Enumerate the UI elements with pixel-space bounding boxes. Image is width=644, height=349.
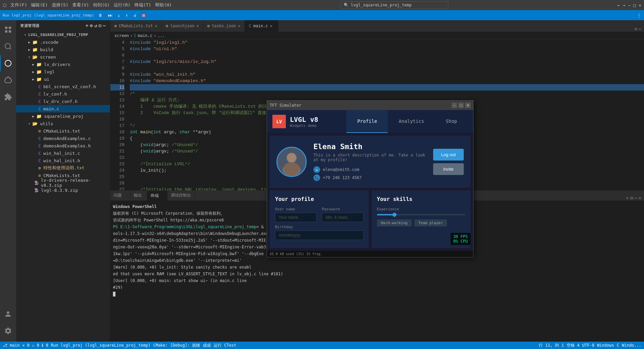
debug-step-over-btn[interactable]: ⏭	[107, 13, 114, 18]
sidebar-item-vscode[interactable]: ▶ 📁 .vscode	[16, 38, 110, 46]
tab-mainc-close[interactable]: ✕	[270, 24, 272, 28]
tab-tasks-close[interactable]: ✕	[238, 24, 240, 28]
menu-file[interactable]: 文件(F)	[10, 2, 27, 8]
breadcrumb-screen[interactable]: screen	[114, 33, 129, 38]
status-spaces[interactable]: 空格 4	[567, 343, 579, 348]
tag-teamplayer[interactable]: Team player	[414, 219, 447, 226]
tft-close-btn[interactable]: ✕	[465, 103, 470, 108]
search-box[interactable]: 🔍 lvgl_squareLine_proj_temp	[341, 1, 448, 9]
tab-cmake-close[interactable]: ✕	[155, 24, 157, 28]
status-line-col[interactable]: 行 11, 列 1	[539, 343, 564, 348]
terminal-close-icon[interactable]: ✕	[639, 195, 641, 201]
status-run[interactable]: Run lvgl_proj (lvgl_squareLine_proj_temp…	[51, 343, 150, 348]
activity-extensions[interactable]	[0, 89, 16, 105]
status-eol[interactable]: Windows	[597, 343, 614, 348]
sidebar-item-winhal-c[interactable]: C win_hal_init.c	[16, 149, 110, 157]
terminal-tab-terminal[interactable]: 终端	[147, 191, 167, 201]
sidebar-item-squareline[interactable]: ▶ 📁 squareline_proj	[16, 112, 110, 120]
sidebar-item-utils[interactable]: ▾ 📂 utils	[16, 120, 110, 127]
status-encoding[interactable]: UTF-8	[582, 343, 594, 348]
password-input[interactable]	[322, 213, 363, 222]
experience-slider[interactable]	[377, 214, 465, 215]
minimize-btn[interactable]: —	[628, 3, 631, 8]
sidebar-item-demos-h[interactable]: C demosAndExamples.h	[16, 142, 110, 149]
tab-launchjson[interactable]: ⚙ launchjson ✕	[162, 20, 203, 32]
split-editor-icon[interactable]: ⊟	[635, 27, 637, 31]
status-errors[interactable]: ✕ 0 ⚠ 0 ℹ 0	[22, 343, 48, 348]
status-git-branch[interactable]: ⎇ main	[3, 343, 20, 348]
terminal-tab-problems[interactable]: 问题	[110, 191, 130, 201]
sidebar-item-lvdrvconf[interactable]: C lv_drv_conf.h	[16, 98, 110, 105]
logout-button[interactable]: Log out	[433, 149, 464, 161]
tab-tasks[interactable]: ⚙ tasks.json ✕	[203, 20, 245, 32]
sidebar-item-lvconf[interactable]: C lv_conf.h	[16, 90, 110, 98]
sidebar-item-winhal-h[interactable]: C win_hal_init.h	[16, 157, 110, 164]
menu-terminal[interactable]: 终端(T)	[135, 2, 151, 8]
collapse-all-icon[interactable]: ⊟	[99, 23, 102, 28]
sidebar-item-cmake1[interactable]: ≡ CMakeLists.txt	[16, 127, 110, 135]
sidebar-item-demos-c[interactable]: C demosAndExamples.c	[16, 135, 110, 142]
sidebar-item-lvgl[interactable]: ▶ 📁 lvgl	[16, 68, 110, 75]
debug-restart-btn[interactable]: ↺	[132, 13, 138, 18]
activity-debug[interactable]	[0, 72, 16, 88]
sidebar-item-build[interactable]: ▶ 📁 build	[16, 46, 110, 53]
sidebar-item-mainc[interactable]: C main.c	[16, 105, 110, 112]
close-btn[interactable]: ✕	[639, 3, 641, 8]
activity-git[interactable]	[0, 55, 16, 71]
terminal-split-icon[interactable]: ⊟	[630, 195, 633, 201]
nav-forward[interactable]: →	[623, 3, 626, 8]
sidebar-item-lvdrivers[interactable]: ▶ 📁 lv_drivers	[16, 61, 110, 68]
status-ctest[interactable]: 运行 CTest	[214, 343, 236, 348]
menu-help[interactable]: 帮助(H)	[155, 2, 172, 8]
activity-search[interactable]	[0, 38, 16, 55]
tft-maximize-btn[interactable]: □	[458, 103, 464, 108]
menu-select[interactable]: 选择(S)	[52, 2, 68, 8]
sidebar-item-ui[interactable]: ▶ 📁 ui	[16, 75, 110, 83]
maximize-btn[interactable]: □	[633, 3, 636, 8]
terminal-more-icon[interactable]: ⋯	[634, 195, 637, 201]
debug-stop-btn[interactable]: ⏹	[140, 13, 147, 18]
tree-root[interactable]: ▾ LVGL_SQUARELINE_PROJ_TEMP	[16, 31, 110, 38]
sidebar-item-readme[interactable]: ≡ 特性和使用说明.txt	[16, 164, 110, 172]
menu-goto[interactable]: 转到(G)	[93, 2, 110, 8]
terminal-tab-debug[interactable]: 调试控制台	[167, 191, 195, 201]
tab-cmakelists[interactable]: ⚙ CMakeLists.txt ✕	[110, 20, 162, 32]
tab-mainc[interactable]: C main.c ✕	[245, 20, 278, 32]
username-input[interactable]	[275, 213, 316, 222]
status-lang[interactable]: C	[617, 343, 619, 348]
tft-minimize-btn[interactable]: −	[452, 103, 457, 108]
activity-account[interactable]	[0, 306, 16, 322]
sidebar-item-bbl[interactable]: C bbl_screen_v2_conf.h	[16, 83, 110, 90]
debug-pause-btn[interactable]: ⏸	[97, 13, 104, 18]
terminal-tab-output[interactable]: 输出	[130, 191, 147, 201]
tag-hardworking[interactable]: Hard-working	[377, 219, 412, 226]
nav-profile[interactable]: Profile	[346, 110, 388, 133]
debug-more-btn[interactable]: ⋮	[637, 13, 641, 18]
tab-launch-close[interactable]: ✕	[196, 24, 199, 28]
status-cmake[interactable]: CMake: [Debug]: 就绪	[153, 343, 200, 348]
refresh-icon[interactable]: ↺	[94, 23, 97, 28]
birthday-input[interactable]	[275, 231, 364, 240]
breadcrumb-more[interactable]: ...	[157, 33, 165, 38]
breadcrumb-mainc[interactable]: main.c	[138, 33, 152, 38]
debug-step-out-btn[interactable]: ↑	[124, 13, 129, 18]
menu-edit[interactable]: 编辑(E)	[31, 2, 47, 8]
sidebar-item-lvzip[interactable]: 🗜 lv-drivers-release-v8.3.zip	[16, 179, 110, 186]
nav-back[interactable]: ←	[617, 3, 620, 8]
new-file-icon[interactable]: +	[85, 23, 88, 28]
activity-settings[interactable]	[0, 323, 16, 339]
nav-shop[interactable]: Shop	[435, 110, 468, 133]
new-folder-icon[interactable]: ⊕	[90, 23, 93, 28]
activity-explorer[interactable]	[0, 22, 16, 38]
more-icon[interactable]: ⋯	[103, 23, 106, 28]
status-windows[interactable]: Windo...	[622, 343, 641, 348]
more-tabs-icon[interactable]: ⋯	[639, 26, 641, 32]
invite-button[interactable]: Invite	[433, 163, 464, 175]
terminal-new-icon[interactable]: +	[626, 195, 629, 201]
sidebar-item-screen[interactable]: ▾ 📂 screen	[16, 53, 110, 61]
debug-step-into-btn[interactable]: ↓	[116, 13, 122, 18]
status-generate[interactable]: 成成	[203, 343, 211, 348]
menu-view[interactable]: 查看(V)	[72, 2, 89, 8]
nav-analytics[interactable]: Analytics	[388, 110, 435, 133]
menu-run[interactable]: 运行(R)	[114, 2, 130, 8]
